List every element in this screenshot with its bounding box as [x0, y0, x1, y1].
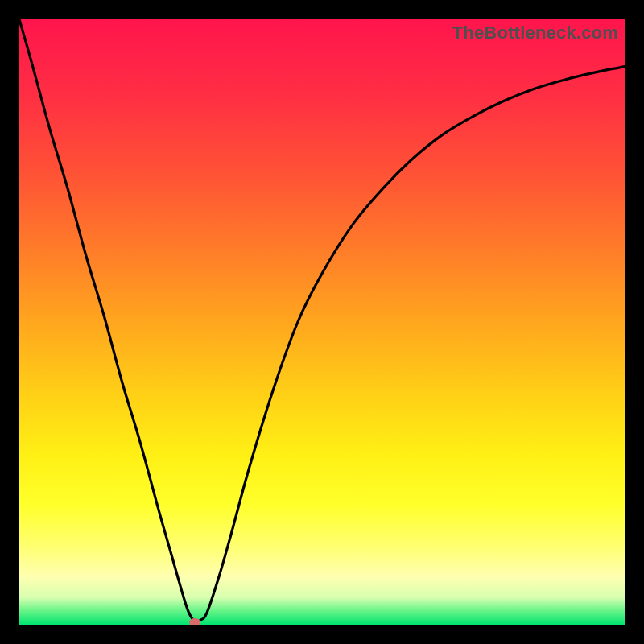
chart-frame: TheBottleneck.com [0, 0, 644, 644]
minimum-marker [189, 618, 200, 625]
plot-area: TheBottleneck.com [19, 19, 625, 625]
bottleneck-curve [19, 19, 625, 625]
curve-path [19, 19, 625, 621]
